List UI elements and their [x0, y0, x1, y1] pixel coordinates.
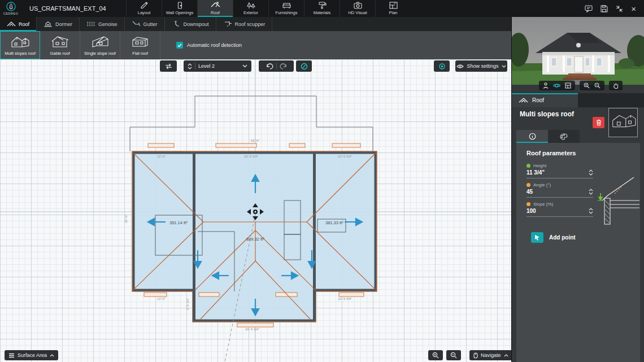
- level-stepper[interactable]: [188, 63, 192, 69]
- show-settings-button[interactable]: Show settings: [455, 60, 507, 72]
- plan-view-icon[interactable]: [565, 82, 571, 89]
- divider: [276, 63, 277, 69]
- save-button[interactable]: [601, 5, 608, 12]
- subtab-info[interactable]: [516, 130, 548, 143]
- logo-text: CEDREO: [3, 12, 19, 15]
- tab-furnishings[interactable]: Furnishings: [268, 0, 304, 17]
- close-button[interactable]: ×: [631, 5, 636, 12]
- canvas-zoom-in-button[interactable]: [428, 350, 443, 360]
- angle-stepper[interactable]: [589, 189, 593, 195]
- 3d-preview[interactable]: [512, 17, 644, 85]
- orbit-view-icon[interactable]: [553, 82, 560, 89]
- swap-arrows-icon: [165, 63, 172, 69]
- subtab-materials[interactable]: [548, 130, 580, 143]
- panel-tabstrip: Roof: [512, 93, 644, 107]
- tool-single-slope-roof[interactable]: Single slope roof: [80, 31, 120, 59]
- tool-toggle-button[interactable]: [296, 60, 312, 72]
- roof-thumbnail[interactable]: [608, 108, 638, 137]
- tab-plan[interactable]: Plan: [375, 0, 411, 17]
- surface-area-button[interactable]: Surface Area: [5, 350, 58, 360]
- panel-tab-roof[interactable]: Roof: [512, 93, 578, 107]
- ribbon-tab-roof-scupper[interactable]: Roof scupper: [216, 17, 273, 31]
- blueprint-icon: [389, 2, 398, 9]
- single-slope-roof-icon: [90, 34, 110, 49]
- trash-icon: [596, 119, 602, 126]
- tab-materials[interactable]: Materials: [304, 0, 340, 17]
- auto-roof-detection[interactable]: Automatic roof detection: [176, 31, 242, 59]
- green-dot-icon: [526, 164, 530, 168]
- recenter-button[interactable]: [434, 60, 450, 72]
- pencil-icon: [140, 2, 149, 9]
- roof-icon: [211, 2, 220, 9]
- window-controls: ×: [585, 0, 644, 17]
- preview-toolbar: [539, 81, 623, 90]
- tab-hd-visual[interactable]: HD Visual: [340, 0, 375, 17]
- slope-stepper[interactable]: [589, 208, 593, 214]
- area-label-center: 889.32 ft²: [246, 237, 264, 242]
- slope-value[interactable]: 100: [526, 208, 536, 214]
- height-stepper[interactable]: [589, 169, 593, 176]
- level-selector[interactable]: Level 2: [184, 60, 251, 72]
- tab-roof[interactable]: Roof: [197, 0, 233, 17]
- preview-zoom-in-button[interactable]: [584, 82, 590, 89]
- camera-icon: [354, 2, 362, 9]
- plan-canvas[interactable]: 351.14 ft² 889.32 ft² 381.33 ft² 52'-0" …: [0, 59, 511, 362]
- selected-tool-title: Multi slopes roof: [520, 110, 574, 118]
- pan-hand-icon[interactable]: [613, 82, 619, 89]
- ribbon-tab-dormer[interactable]: Dormer: [37, 17, 80, 31]
- dim-panel-right: 12'-9 3/4": [338, 155, 352, 158]
- slope-field[interactable]: Slope (%) 100: [526, 202, 593, 217]
- comment-button[interactable]: [585, 5, 593, 12]
- undo-button[interactable]: [266, 63, 273, 69]
- height-field[interactable]: Height 11 3/4": [526, 163, 593, 178]
- cedreo-logo[interactable]: CEDREO: [0, 0, 21, 17]
- area-label-right: 381.33 ft²: [325, 220, 343, 225]
- tool-multi-slopes-roof[interactable]: Multi slopes roof: [0, 31, 40, 59]
- undo-redo-group: [259, 60, 294, 72]
- dim-panel-mid: 20'-0 3/4": [244, 155, 258, 158]
- dim-bottom-left: 12'-0": [157, 297, 166, 300]
- cursor-icon: [531, 232, 543, 243]
- tab-layout[interactable]: Layout: [126, 0, 162, 17]
- walkthrough-icon[interactable]: [543, 82, 549, 89]
- ribbon-tab-roof[interactable]: Roof: [0, 17, 37, 31]
- info-icon: [529, 133, 536, 140]
- height-value[interactable]: 11 3/4": [526, 169, 545, 176]
- dormer-icon: [43, 21, 53, 27]
- angle-field[interactable]: Angle (°) 45: [526, 182, 593, 198]
- add-point-button[interactable]: Add point: [531, 232, 576, 243]
- tool-gable-roof[interactable]: Gable roof: [40, 31, 80, 59]
- divider: [195, 63, 195, 69]
- preview-zoom-out-button[interactable]: [594, 82, 601, 89]
- multi-slopes-roof-icon: [10, 34, 31, 49]
- ribbon-tab-gutter[interactable]: Gutter: [125, 17, 165, 31]
- tab-exterior[interactable]: Exterior: [233, 0, 268, 17]
- navigate-button[interactable]: Navigate: [469, 350, 512, 360]
- tab-wall-openings[interactable]: Wall Openings: [162, 0, 197, 17]
- ribbon-tab-genoise[interactable]: Genoise: [80, 17, 125, 31]
- project-name: US_CRAFTSMAN_EXT_04: [21, 0, 126, 17]
- canvas-zoom-out-button[interactable]: [446, 350, 461, 360]
- right-panel: Roof Multi slopes roof Roof parameters: [511, 17, 644, 362]
- angle-value[interactable]: 45: [526, 189, 533, 195]
- switch-view-button[interactable]: [160, 60, 177, 72]
- area-label-left: 351.14 ft²: [169, 220, 188, 225]
- orange-dot-icon: [526, 183, 530, 187]
- door-icon: [176, 2, 184, 9]
- collapse-icon[interactable]: [616, 5, 623, 12]
- tool-flat-roof[interactable]: Flat roof: [120, 31, 160, 59]
- redo-button[interactable]: [280, 63, 287, 69]
- logo-icon: [6, 2, 16, 11]
- main-tabs: Layout Wall Openings Roof Exterior Furni…: [126, 0, 411, 17]
- top-nav: CEDREO US_CRAFTSMAN_EXT_04 Layout Wall O…: [0, 0, 644, 17]
- roof-shape-icon: [519, 97, 528, 103]
- sofa-icon: [282, 2, 291, 9]
- scupper-icon: [223, 21, 232, 27]
- dim-top: 52'-0": [251, 139, 259, 142]
- ribbon-tab-downspout[interactable]: Downspout: [165, 17, 216, 31]
- dim-bottom-right: 12'-9 3/4": [338, 297, 352, 300]
- roof-ribbon: Roof Dormer Genoise Gutter Downspout Roo…: [0, 17, 511, 31]
- roof-shape-icon: [7, 21, 16, 27]
- checkbox-checked-icon[interactable]: [176, 42, 183, 49]
- delete-roof-button[interactable]: [593, 117, 604, 128]
